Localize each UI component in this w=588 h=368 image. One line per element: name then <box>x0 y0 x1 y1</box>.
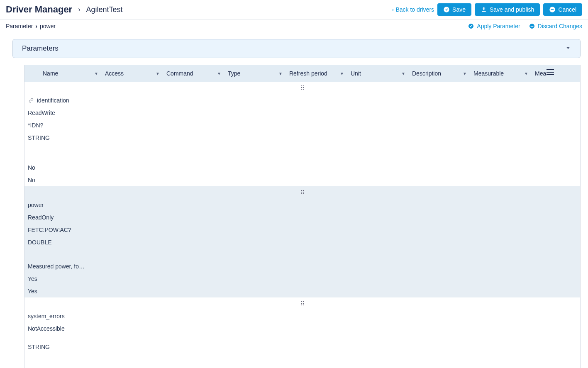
column-header-unit[interactable]: Unit▼ <box>347 65 409 82</box>
cell-refresh <box>24 249 580 254</box>
parameters-table: Name▼Access▼Command▼Type▼Refresh period▼… <box>24 65 581 368</box>
drag-handle-icon[interactable]: ⠿ <box>24 297 580 310</box>
discard-changes-link[interactable]: Discard Changes <box>529 23 582 29</box>
chevron-down-icon <box>565 45 571 52</box>
cell-name: power <box>24 199 580 211</box>
minus-circle-icon <box>529 23 535 29</box>
column-header-access[interactable]: Access▼ <box>102 65 163 82</box>
breadcrumb-parameter[interactable]: Parameter <box>6 23 33 29</box>
app-title: Driver Manager <box>6 4 72 15</box>
chevron-left-icon: ‹ <box>392 6 394 13</box>
cancel-label: Cancel <box>558 6 576 13</box>
apply-label: Apply Parameter <box>477 23 520 29</box>
chevron-right-icon: › <box>35 23 37 29</box>
cell-access: ReadOnly <box>24 211 580 224</box>
cell-type: STRING <box>24 341 580 353</box>
breadcrumb-power: power <box>40 23 56 29</box>
cell-desc: Measured power, fo… <box>24 260 580 273</box>
breadcrumb: Parameter › power <box>6 23 56 29</box>
save-button[interactable]: Save <box>437 3 471 16</box>
upload-icon <box>481 6 487 13</box>
cell-meas-cont: No <box>24 174 580 186</box>
caret-down-icon: ▼ <box>463 71 467 76</box>
cell-type: STRING <box>24 132 580 144</box>
column-header-type[interactable]: Type▼ <box>224 65 286 82</box>
chevron-right-icon: › <box>78 6 80 13</box>
cell-refresh <box>24 353 580 359</box>
check-circle-icon <box>443 6 450 13</box>
svg-rect-5 <box>530 26 533 27</box>
back-to-drivers-link[interactable]: ‹ Back to drivers <box>392 6 434 13</box>
cell-unit <box>24 150 580 156</box>
columns-menu-icon[interactable] <box>547 69 554 75</box>
panel-title: Parameters <box>22 44 59 53</box>
cell-desc <box>24 156 580 161</box>
parameters-panel-header[interactable]: Parameters <box>13 39 580 58</box>
cell-type: DOUBLE <box>24 236 580 249</box>
parameters-panel: Parameters <box>12 39 581 58</box>
cell-refresh <box>24 144 580 150</box>
caret-down-icon: ▼ <box>217 71 221 76</box>
caret-down-icon: ▼ <box>156 71 160 76</box>
save-label: Save <box>452 6 466 13</box>
discard-label: Discard Changes <box>538 23 582 29</box>
driver-name: AgilentTest <box>86 5 123 14</box>
cell-name: system_errors <box>24 310 580 322</box>
cell-command: FETC:POW:AC? <box>24 224 580 236</box>
cell-measurable: Yes <box>24 273 580 285</box>
cell-name: identification <box>24 94 580 107</box>
cell-unit <box>24 254 580 260</box>
apply-parameter-link[interactable]: Apply Parameter <box>468 23 520 29</box>
svg-point-0 <box>444 7 449 12</box>
caret-down-icon: ▼ <box>340 71 344 76</box>
cell-desc <box>24 365 580 368</box>
cell-access: NotAccessible <box>24 322 580 335</box>
caret-down-icon: ▼ <box>94 71 98 76</box>
drag-handle-icon[interactable]: ⠿ <box>24 186 580 199</box>
cell-access: ReadWrite <box>24 107 580 119</box>
cell-unit <box>24 359 580 365</box>
back-label: Back to drivers <box>395 6 434 13</box>
cell-measurable: No <box>24 161 580 174</box>
cancel-button[interactable]: Cancel <box>543 3 582 16</box>
drag-handle-icon[interactable]: ⠿ <box>24 82 580 94</box>
save-publish-button[interactable]: Save and publish <box>475 3 540 16</box>
cell-command: *IDN? <box>24 119 580 132</box>
caret-down-icon: ▼ <box>401 71 405 76</box>
cell-command <box>24 335 580 341</box>
check-circle-icon <box>468 23 474 29</box>
column-header-command[interactable]: Command▼ <box>163 65 224 82</box>
column-header-refresh period[interactable]: Refresh period▼ <box>286 65 347 82</box>
column-header-name[interactable]: Name▼ <box>39 65 102 82</box>
column-header-measurable[interactable]: Measurable▼ <box>470 65 532 82</box>
cell-meas-cont: Yes <box>24 285 580 297</box>
caret-down-icon: ▼ <box>278 71 283 76</box>
svg-rect-2 <box>551 9 554 10</box>
caret-down-icon: ▼ <box>524 71 528 76</box>
minus-circle-icon <box>549 6 556 13</box>
save-publish-label: Save and publish <box>490 6 534 13</box>
column-header-description[interactable]: Description▼ <box>409 65 470 82</box>
column-header-mea[interactable]: Mea <box>532 65 556 82</box>
link-icon <box>28 98 34 103</box>
